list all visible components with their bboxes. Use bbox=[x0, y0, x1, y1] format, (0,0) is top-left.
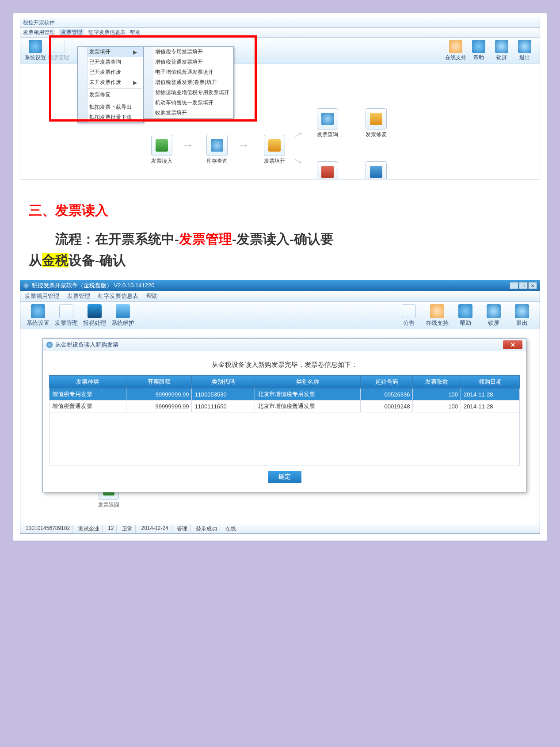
app2-title: 税控发票开票软件（金税盘版） V2.0.10.141220 bbox=[32, 282, 154, 290]
menu-item[interactable]: 发票修复 bbox=[78, 90, 143, 100]
menu-item[interactable]: 发票管理 bbox=[67, 292, 90, 300]
menu-item[interactable]: 增值税普通发票填开 bbox=[144, 57, 233, 67]
menu-item[interactable]: 帮助 bbox=[146, 292, 158, 300]
status-taxid: 110101456789102 bbox=[23, 525, 73, 533]
gear-icon bbox=[29, 40, 42, 53]
arrow-icon: → bbox=[290, 126, 307, 143]
app2-window: 税控发票开票软件（金税盘版） V2.0.10.141220 _ □ ✕ 发票领用… bbox=[20, 280, 540, 534]
th[interactable]: 发票张数 bbox=[413, 376, 461, 389]
menu-item[interactable]: 收购发票填开 bbox=[144, 108, 233, 118]
table-blank-area bbox=[49, 412, 520, 465]
menu-item[interactable]: 红字发票信息表 bbox=[88, 29, 126, 36]
wf-invoice-query[interactable]: 发票查询 bbox=[314, 108, 341, 138]
status-login: 登录成功 bbox=[193, 525, 220, 533]
arrow-icon: → bbox=[182, 139, 194, 152]
online-support-button[interactable]: 在线支持 bbox=[424, 304, 450, 327]
invoice-manage-button[interactable]: 发票管理 bbox=[47, 40, 70, 61]
search-icon bbox=[321, 113, 334, 125]
th[interactable]: 发票种类 bbox=[50, 376, 126, 389]
table-icon bbox=[370, 166, 382, 178]
app2-menubar: 发票领用管理 发票管理 红字发票信息表 帮助 bbox=[20, 291, 540, 302]
dialog-title: 从金税设备读入新购发票 bbox=[55, 341, 118, 349]
wf-invoice-void[interactable]: 发票作废 bbox=[314, 161, 341, 179]
menu-item[interactable]: 货物运输业增值税专用发票填开 bbox=[144, 88, 233, 98]
app2-canvas: 发票作废 信息表 发票退回 从金税设备读入新购发票 ✕ bbox=[20, 329, 540, 524]
system-setup-button[interactable]: 系统设置 bbox=[24, 40, 47, 61]
help-button[interactable]: 帮助 bbox=[467, 40, 490, 61]
announce-button[interactable]: 公告 bbox=[396, 304, 422, 327]
th[interactable]: 类别名称 bbox=[255, 376, 361, 389]
menu-item[interactable]: 红字发票信息表 bbox=[98, 292, 138, 300]
status-date: 2014-12-24 bbox=[138, 525, 171, 533]
system-maint-button[interactable]: 系统维护 bbox=[110, 304, 136, 327]
edit-icon bbox=[268, 139, 281, 152]
menu-item[interactable]: 增值税专用发票填开 bbox=[144, 47, 233, 57]
th[interactable]: 类别代码 bbox=[192, 376, 255, 389]
menu-item[interactable]: 已开发票查询 bbox=[78, 57, 143, 67]
menu-item[interactable]: 机动车销售统一发票填开 bbox=[144, 98, 233, 108]
app2-titlebar: 税控发票开票软件（金税盘版） V2.0.10.141220 _ □ ✕ bbox=[20, 280, 540, 291]
minimize-button[interactable]: _ bbox=[510, 282, 518, 289]
lock-button[interactable]: 锁屏 bbox=[480, 304, 507, 327]
exit-button[interactable]: 退出 bbox=[513, 40, 536, 61]
table-row[interactable]: 增值税专用发票 99999999.99 1100053530 北京市增值税专用发… bbox=[50, 389, 520, 400]
announce-icon bbox=[402, 304, 416, 318]
tax-report-button[interactable]: 报税处理 bbox=[81, 304, 108, 327]
magnifier-icon bbox=[211, 139, 223, 152]
chevron-right-icon: ▶ bbox=[133, 49, 137, 55]
arrow-icon: → bbox=[290, 152, 307, 169]
table-row[interactable]: 增值税普通发票 99999999.99 1100111650 北京市增值税普通发… bbox=[50, 400, 520, 412]
invoice-table: 发票种类 开票限额 类别代码 类别名称 起始号码 发票张数 领购日期 bbox=[49, 375, 520, 412]
dialog-titlebar: 从金税设备读入新购发票 ✕ bbox=[43, 339, 526, 351]
menu-item[interactable]: 抵扣发票批量下载 bbox=[78, 112, 143, 122]
lock-icon bbox=[495, 40, 508, 53]
wf-stock-query[interactable]: 库存查询 bbox=[204, 135, 230, 165]
wf-info-table[interactable]: 信息表 bbox=[363, 161, 389, 179]
lock-button[interactable]: 锁屏 bbox=[490, 40, 513, 61]
chevron-right-icon: ▶ bbox=[133, 80, 137, 86]
menu-item-fill[interactable]: 发票填开▶ bbox=[78, 47, 143, 57]
document-icon bbox=[59, 304, 73, 318]
invoice-fill-submenu: 增值税专用发票填开 增值税普通发票填开 电子增值税普通发票填开 增值税普通发票(… bbox=[143, 46, 234, 118]
wf-invoice-read[interactable]: 发票读入 bbox=[149, 135, 175, 165]
menu-item[interactable]: 电子增值税普通发票填开 bbox=[144, 67, 233, 77]
void-icon bbox=[321, 166, 334, 178]
maximize-button[interactable]: □ bbox=[519, 282, 528, 289]
app1-menubar: 发票领用管理 发票管理 红字发票信息表 帮助 bbox=[20, 28, 540, 38]
exit-button[interactable]: 退出 bbox=[509, 304, 535, 327]
online-support-button[interactable]: 在线支持 bbox=[444, 40, 467, 61]
lock-icon bbox=[487, 304, 501, 318]
user-icon bbox=[430, 304, 444, 318]
help-icon bbox=[472, 40, 485, 53]
help-button[interactable]: 帮助 bbox=[452, 304, 479, 327]
gear-icon bbox=[31, 304, 45, 318]
menu-item[interactable]: 发票管理 bbox=[59, 29, 84, 36]
th[interactable]: 领购日期 bbox=[461, 376, 520, 389]
th[interactable]: 开票限额 bbox=[126, 376, 192, 389]
usb-icon bbox=[156, 139, 168, 152]
menu-item[interactable]: 未开发票作废▶ bbox=[78, 77, 143, 88]
help-icon bbox=[458, 304, 472, 318]
menu-item[interactable]: 帮助 bbox=[130, 29, 141, 36]
menu-item[interactable]: 发票领用管理 bbox=[25, 292, 59, 300]
menu-item[interactable]: 发票领用管理 bbox=[23, 29, 55, 36]
section-heading: 三、发票读入 bbox=[29, 202, 531, 220]
dialog-icon bbox=[46, 342, 53, 348]
close-button[interactable]: ✕ bbox=[528, 282, 537, 289]
menu-item[interactable]: 已开发票作废 bbox=[78, 67, 143, 77]
flow-line-1: 流程：在开票系统中-发票管理-发票读入-确认要 bbox=[29, 229, 531, 250]
read-invoice-dialog: 从金税设备读入新购发票 ✕ 从金税设备读入新购发票完毕，发票卷信息如下： 发票种… bbox=[42, 338, 526, 492]
wf-invoice-repair[interactable]: 发票修复 bbox=[363, 108, 389, 138]
exit-icon bbox=[515, 304, 529, 318]
dialog-close-button[interactable]: ✕ bbox=[503, 340, 522, 349]
invoice-manage-button[interactable]: 发票管理 bbox=[53, 304, 80, 327]
status-online: 在线 bbox=[223, 525, 239, 533]
system-setup-button[interactable]: 系统设置 bbox=[25, 304, 51, 327]
menu-item[interactable]: 增值税普通发票(卷票)填开 bbox=[144, 77, 233, 88]
menu-item[interactable]: 抵扣发票下载导出 bbox=[78, 102, 143, 112]
wf-invoice-fill[interactable]: 发票填开 bbox=[261, 135, 288, 165]
th[interactable]: 起始号码 bbox=[361, 376, 413, 389]
document-icon bbox=[52, 40, 65, 53]
ok-button[interactable]: 确定 bbox=[268, 471, 301, 483]
status-company: 测试企业 bbox=[76, 525, 103, 533]
